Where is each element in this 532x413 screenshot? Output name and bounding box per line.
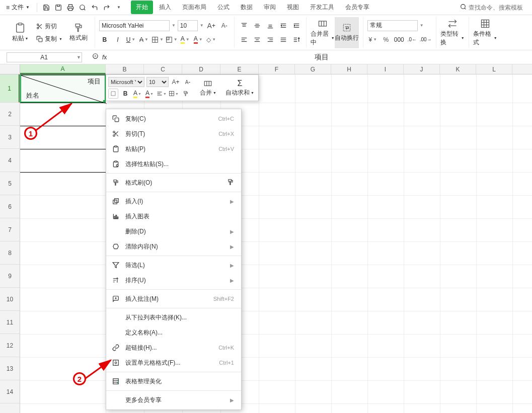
tab-devtools[interactable]: 开发工具 [305,1,339,14]
menu-item-24[interactable]: 更多会员专享▶ [106,392,241,407]
mini-font-size[interactable]: 10 [146,77,169,87]
underline-icon[interactable]: U▼ [125,34,136,45]
decrease-decimal-icon[interactable]: .0← [407,34,418,45]
row-header-14[interactable]: 14 [0,380,20,403]
strikethrough-icon[interactable]: A▼ [138,34,149,45]
quick-dropdown[interactable]: ▼ [114,3,124,13]
command-search[interactable] [460,4,529,12]
col-header-I[interactable]: I [367,64,404,74]
mini-merge-button[interactable]: 合并▼ [198,77,218,99]
mini-wrap-icon[interactable] [108,89,118,99]
print-icon[interactable] [65,3,75,13]
menu-item-17[interactable]: 从下拉列表中选择(K)... [106,310,241,325]
font-color-icon[interactable]: A▼ [193,34,204,45]
row-header-8[interactable]: 8 [0,241,20,265]
clear-format-icon[interactable]: ◇▼ [206,34,217,45]
menu-item-0[interactable]: 复制(C)Ctrl+C [106,111,241,126]
fx-icon[interactable]: fx [102,54,107,61]
menu-item-12[interactable]: 筛选(L)▶ [106,258,241,273]
menu-item-8[interactable]: 插入图表 [106,209,241,224]
align-left-icon[interactable] [239,34,250,45]
row-header-9[interactable]: 9 [0,265,20,288]
col-header-E[interactable]: E [220,64,259,74]
align-top-icon[interactable] [239,20,250,31]
cell-style-icon[interactable]: ▼ [166,34,178,45]
tab-view[interactable]: 视图 [282,1,304,14]
undo-icon[interactable] [90,3,100,13]
menu-item-1[interactable]: 剪切(T)Ctrl+X [106,126,241,141]
type-convert-button[interactable]: 类型转换▼ [440,17,465,48]
row-header-13[interactable]: 13 [0,357,20,380]
menu-item-7[interactable]: 插入(I)▶ [106,194,241,209]
row-header-11[interactable]: 11 [0,311,20,334]
mini-borders-icon[interactable]: ▼ [169,89,179,99]
save-icon[interactable] [41,3,51,13]
increase-decimal-icon[interactable]: .00→ [420,34,432,45]
borders-icon[interactable]: ▼ [151,34,164,45]
redo-icon[interactable] [102,3,112,13]
mini-font-color-icon[interactable]: A▼ [144,89,155,99]
mini-increase-font-icon[interactable]: A+ [171,77,181,87]
tab-data[interactable]: 数据 [236,1,258,14]
print-preview-icon[interactable] [78,3,88,13]
currency-icon[interactable]: ¥▼ [367,34,378,45]
chevron-down-icon[interactable]: ▼ [77,55,81,60]
cut-button[interactable]: 剪切 [34,21,64,32]
align-center-icon[interactable] [252,34,263,45]
menu-item-18[interactable]: 定义名称(A)... [106,325,241,340]
align-middle-icon[interactable] [252,20,263,31]
mini-format-painter-icon[interactable] [181,89,191,99]
col-header-F[interactable]: F [259,64,295,74]
menu-item-22[interactable]: 表格整理美化 [106,374,241,389]
row-header-7[interactable]: 7 [0,218,20,241]
menu-item-13[interactable]: 排序(U)▶ [106,273,241,288]
row-header-6[interactable]: 6 [0,195,20,218]
tab-insert[interactable]: 插入 [154,1,176,14]
wrap-text-button[interactable]: 自动换行 [335,17,359,48]
menu-item-15[interactable]: 插入批注(M)Shift+F2 [106,291,241,306]
tab-page-layout[interactable]: 页面布局 [177,1,211,14]
mini-font-name[interactable]: Microsoft YaHei [108,77,144,87]
align-bottom-icon[interactable] [265,20,276,31]
menu-item-20[interactable]: 设置单元格格式(F)...Ctrl+1 [106,355,241,370]
name-box[interactable]: ▼ [0,52,88,62]
tab-member[interactable]: 会员专享 [340,1,374,14]
number-format-combo[interactable] [367,20,418,31]
mini-autosum-button[interactable]: Σ 自动求和▼ [223,77,256,99]
col-header-A[interactable]: A [20,64,106,74]
increase-font-icon[interactable]: A+ [206,20,217,31]
file-menu-button[interactable]: ≡ 文件 ▼ [3,2,33,13]
menu-item-5[interactable]: 格式刷(O) [106,175,241,190]
row-header-1[interactable]: 1 [0,74,20,103]
select-all-corner[interactable] [0,64,20,74]
menu-item-9[interactable]: 删除(D)▶ [106,224,241,239]
col-header-J[interactable]: J [404,64,440,74]
save-as-icon[interactable] [53,3,63,13]
row-header-10[interactable]: 10 [0,288,20,311]
tab-home[interactable]: 开始 [131,1,153,14]
command-search-input[interactable] [469,4,529,11]
mini-bold-icon[interactable]: B [120,89,130,99]
fill-color-icon[interactable]: A▼ [180,34,191,45]
formula-value[interactable]: 项目 [111,53,532,62]
tab-formula[interactable]: 公式 [212,1,235,14]
name-box-input[interactable] [7,52,82,62]
col-header-K[interactable]: K [440,64,476,74]
mini-fill-color-icon[interactable]: A▼ [132,89,142,99]
row-header-4[interactable]: 4 [0,149,20,172]
mini-align-icon[interactable]: ▼ [157,89,167,99]
mini-decrease-font-icon[interactable]: A- [183,77,193,87]
col-header-G[interactable]: G [295,64,331,74]
col-header-D[interactable]: D [182,64,220,74]
col-header-C[interactable]: C [144,64,182,74]
format-painter-button[interactable]: 格式刷 [66,17,91,48]
col-header-L[interactable]: L [476,64,512,74]
menu-item-19[interactable]: 超链接(H)...Ctrl+K [106,340,241,355]
tab-review[interactable]: 审阅 [259,1,281,14]
spreadsheet-grid[interactable]: ABCDEFGHIJKL 1234567891011121314 项目 姓名 [0,64,532,413]
align-right-icon[interactable] [265,34,276,45]
merge-center-button[interactable]: 合并居中▼ [311,17,335,48]
paste-button[interactable]: 粘贴▼ [8,17,32,48]
copy-button[interactable]: 复制▼ [34,33,64,44]
percent-icon[interactable]: % [381,34,392,45]
